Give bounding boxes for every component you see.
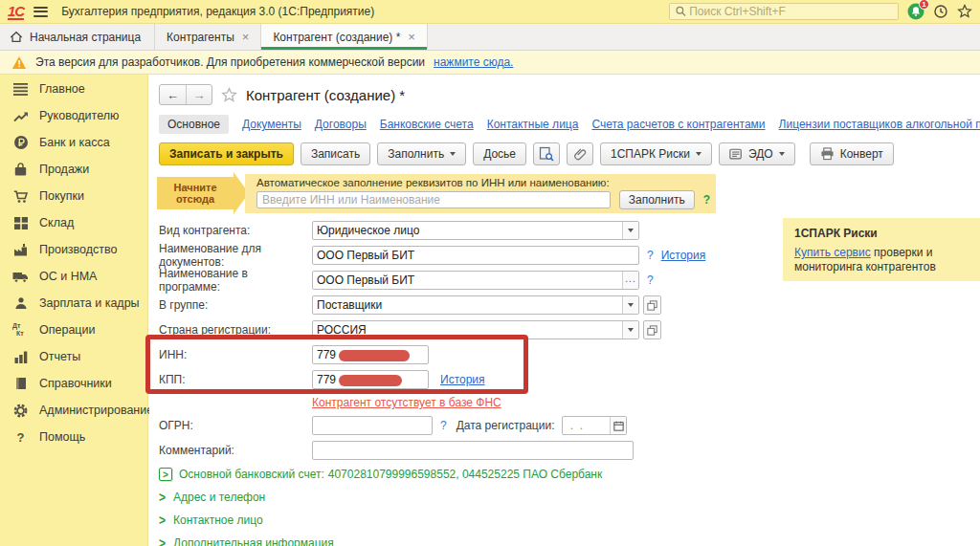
help-icon[interactable]	[440, 419, 447, 432]
tab-kontaktnye-litsa[interactable]: Контактные лица	[487, 118, 579, 131]
kind-combobox[interactable]	[312, 221, 639, 240]
comment-value[interactable]	[313, 442, 633, 459]
grid-icon	[12, 215, 29, 230]
help-icon[interactable]	[647, 273, 654, 287]
choose-button[interactable]	[622, 272, 638, 289]
preview-button[interactable]	[533, 142, 560, 165]
reg-date-value[interactable]	[563, 417, 610, 434]
global-search[interactable]	[669, 3, 899, 20]
tab-osnovnoe[interactable]: Основное	[159, 115, 229, 134]
sidebar-item-os-i-nma[interactable]: ОС и НМА	[0, 263, 147, 290]
save-button[interactable]: Записать	[301, 142, 370, 165]
group-value[interactable]	[313, 296, 622, 314]
ogrn-value[interactable]	[313, 417, 432, 434]
fill-menu-button[interactable]: Заполнить	[377, 142, 466, 165]
search-input[interactable]	[687, 4, 893, 19]
combo-dropdown-button[interactable]	[622, 296, 638, 314]
sidebar-label: Операции	[39, 323, 95, 337]
ogrn-field[interactable]	[312, 416, 433, 435]
fns-missing-link[interactable]: Контрагент отсутствует в базе ФНС	[312, 396, 501, 409]
attachments-button[interactable]	[567, 142, 593, 165]
expander-additional-info[interactable]: Дополнительная информация	[149, 532, 980, 546]
sidebar-item-sklad[interactable]: Склад	[0, 209, 147, 236]
edo-button[interactable]: ЭДО	[719, 142, 795, 165]
combo-dropdown-button[interactable]	[622, 321, 638, 339]
kpp-field[interactable]	[312, 370, 429, 389]
envelope-button[interactable]: Конверт	[810, 142, 894, 165]
save-and-close-button[interactable]: Записать и закрыть	[159, 142, 294, 165]
back-button[interactable]	[160, 85, 186, 104]
name-docs-history-link[interactable]: История	[661, 249, 706, 262]
help-icon[interactable]	[703, 193, 710, 207]
history-button[interactable]	[933, 4, 948, 19]
tab-dokumenty[interactable]: Документы	[242, 118, 301, 131]
sidebar-item-operatsii[interactable]: ДтКт Операции	[0, 317, 147, 343]
sidebar-item-rukovoditelyu[interactable]: Руководителю	[0, 102, 147, 129]
sidebar-item-spravochniki[interactable]: Справочники	[0, 370, 147, 397]
name-docs-field[interactable]	[312, 246, 639, 265]
field-row-inn: ИНН:	[149, 342, 980, 367]
field-label: Наименование для документов:	[159, 242, 312, 269]
comment-field[interactable]	[312, 441, 634, 460]
group-combobox[interactable]	[312, 295, 639, 315]
reg-date-field[interactable]	[562, 416, 627, 435]
sidebar-item-pomosch[interactable]: ? Помощь	[0, 424, 147, 450]
combo-dropdown-button[interactable]	[622, 222, 638, 239]
expand-icon[interactable]	[159, 468, 172, 481]
sidebar-item-prodazhi[interactable]: Продажи	[0, 156, 147, 183]
close-icon[interactable]	[242, 31, 250, 43]
dossier-button[interactable]: Досье	[473, 142, 526, 165]
home-icon	[10, 31, 23, 44]
dev-version-warning: Эта версия для разработчиков. Для приобр…	[0, 51, 980, 75]
name-docs-value[interactable]	[313, 247, 638, 264]
tab-dogovory[interactable]: Договоры	[315, 118, 367, 131]
close-icon[interactable]	[408, 31, 415, 43]
open-icon	[647, 300, 657, 311]
tab-bankovskie-scheta[interactable]: Банковские счета	[380, 118, 474, 131]
open-button[interactable]	[643, 320, 661, 339]
inn-or-name-input[interactable]	[256, 191, 611, 208]
redaction-blob	[339, 375, 402, 386]
sidebar-item-zarplata-i-kadry[interactable]: Зарплата и кадры	[0, 290, 147, 317]
truck-icon	[12, 269, 29, 284]
kind-value[interactable]	[313, 222, 622, 239]
kpp-history-link[interactable]: История	[440, 373, 485, 386]
country-value[interactable]	[313, 321, 622, 339]
sidebar-label: Покупки	[39, 189, 84, 203]
main-menu-icon[interactable]	[33, 7, 48, 17]
calendar-button[interactable]	[610, 417, 626, 434]
forward-button[interactable]	[186, 85, 212, 104]
sidebar-item-bank-i-kassa[interactable]: Банк и касса	[0, 129, 147, 156]
sidebar-label: ОС и НМА	[39, 270, 97, 283]
expander-contact-person[interactable]: Контактное лицо	[149, 509, 980, 532]
bank-account-label[interactable]: Основной банковский счет:	[179, 468, 324, 481]
country-combobox[interactable]	[312, 320, 639, 339]
notifications-button[interactable]: 1	[907, 3, 924, 20]
spark-risks-button[interactable]: 1СПАРК Риски	[600, 142, 712, 165]
tab-home[interactable]: Начальная страница	[0, 24, 154, 50]
name-prog-value[interactable]	[313, 272, 622, 289]
sidebar-item-glavnoe[interactable]: Главное	[0, 76, 147, 102]
expander-label: Дополнительная информация	[173, 536, 334, 546]
name-prog-field[interactable]	[312, 271, 639, 290]
bank-account-value[interactable]: 40702810799996598552, 044525225 ПАО Сбер…	[328, 468, 602, 481]
sidebar-item-otchety[interactable]: Отчеты	[0, 343, 147, 370]
buy-commercial-link[interactable]: нажмите сюда.	[434, 55, 513, 69]
help-icon[interactable]	[647, 249, 654, 262]
sidebar-item-administrirovanie[interactable]: Администрирование	[0, 397, 147, 424]
autofill-fill-button[interactable]: Заполнить	[619, 190, 695, 209]
favorites-button[interactable]	[957, 4, 972, 19]
briefcase-icon	[12, 162, 29, 177]
tab-kontragenty[interactable]: Контрагенты	[154, 24, 260, 50]
sidebar-item-pokupki[interactable]: Покупки	[0, 183, 147, 209]
favorite-star-icon[interactable]	[221, 87, 237, 103]
tab-litsenzii[interactable]: Лицензии поставщиков алкогольной продукц…	[779, 118, 980, 131]
expander-address-phone[interactable]: Адрес и телефон	[149, 486, 980, 509]
tab-scheta-raschetov[interactable]: Счета расчетов с контрагентами	[591, 118, 765, 131]
tab-kontragent-create[interactable]: Контрагент (создание) *	[260, 24, 428, 50]
sidebar-item-proizvodstvo[interactable]: Производство	[0, 236, 147, 263]
inn-field[interactable]	[312, 345, 429, 364]
start-here-arrow: Начните отсюда	[157, 177, 234, 209]
buy-service-link[interactable]: Купить сервис	[794, 246, 871, 259]
open-button[interactable]	[643, 295, 661, 315]
